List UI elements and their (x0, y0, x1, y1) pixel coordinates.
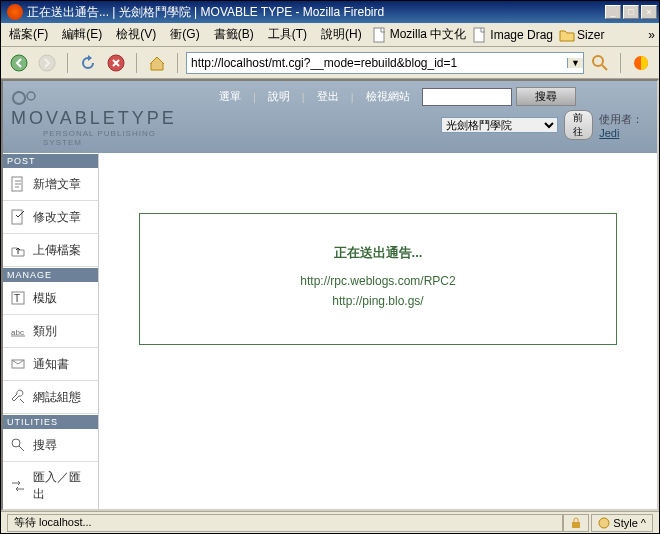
lock-icon (570, 517, 582, 529)
status-style[interactable]: Style ^ (591, 514, 653, 532)
menu-view[interactable]: 檢視(V) (112, 24, 160, 45)
svg-point-2 (11, 55, 27, 71)
sidebar-item-new-entry[interactable]: 新增文章 (3, 168, 98, 201)
top-nav: 選單| 說明| 登出| 檢視網站 搜尋 (211, 87, 649, 106)
svg-rect-1 (474, 28, 484, 42)
stop-button[interactable] (104, 51, 128, 75)
sidebar-item-search[interactable]: 搜尋 (3, 429, 98, 462)
menu-go[interactable]: 衝(G) (166, 24, 203, 45)
svg-point-15 (12, 439, 20, 447)
ping-heading: 正在送出通告... (160, 244, 596, 262)
nav-logout[interactable]: 登出 (309, 87, 347, 106)
blog-selector[interactable]: 光劍格鬥學院 (441, 117, 558, 133)
edit-icon (9, 208, 27, 226)
svg-text:T: T (14, 293, 20, 304)
wrench-icon (9, 388, 27, 406)
sidebar-item-templates[interactable]: T模版 (3, 282, 98, 315)
address-bar[interactable]: ▼ (186, 52, 584, 74)
status-security-icon[interactable] (563, 514, 589, 532)
nav-menu[interactable]: 選單 (211, 87, 249, 106)
back-button[interactable] (7, 51, 31, 75)
main-content: 正在送出通告... http://rpc.weblogs.com/RPC2 ht… (99, 153, 657, 509)
go-button[interactable]: 前往 (564, 110, 594, 140)
bookmark-label: Sizer (577, 28, 604, 42)
sidebar-item-config[interactable]: 網誌組態 (3, 381, 98, 414)
statusbar: 等待 localhost... Style ^ (1, 511, 659, 533)
separator (67, 53, 68, 73)
url-input[interactable] (187, 56, 567, 70)
bookmark-mozilla[interactable]: Mozilla 中文化 (372, 26, 467, 43)
menubar: 檔案(F) 編輯(E) 檢視(V) 衝(G) 書籤(B) 工具(T) 說明(H)… (1, 23, 659, 47)
separator (620, 53, 621, 73)
status-text: 等待 localhost... (7, 514, 563, 532)
ping-url: http://rpc.weblogs.com/RPC2 (160, 274, 596, 288)
logo-subtitle: PERSONAL PUBLISHING SYSTEM (11, 129, 191, 147)
import-export-icon (9, 477, 27, 495)
new-entry-icon (9, 175, 27, 193)
bookmark-sizer[interactable]: Sizer (559, 27, 604, 43)
close-button[interactable]: × (641, 5, 657, 19)
separator (136, 53, 137, 73)
svg-point-5 (593, 56, 603, 66)
toolbar: ▼ (1, 47, 659, 79)
menu-file[interactable]: 檔案(F) (5, 24, 52, 45)
url-dropdown[interactable]: ▼ (567, 58, 583, 68)
upload-icon (9, 241, 27, 259)
page-icon (472, 27, 488, 43)
folder-icon (559, 27, 575, 43)
search-button[interactable] (588, 51, 612, 75)
nav-viewsite[interactable]: 檢視網站 (358, 87, 418, 106)
maximize-button[interactable]: □ (623, 5, 639, 19)
user-link[interactable]: Jedi (599, 127, 619, 139)
ping-message-box: 正在送出通告... http://rpc.weblogs.com/RPC2 ht… (139, 213, 617, 345)
throbber (629, 51, 653, 75)
sidebar-header-utilities: UTILITIES (3, 414, 98, 429)
mail-icon (9, 355, 27, 373)
svg-rect-10 (12, 210, 22, 224)
menu-bookmarks[interactable]: 書籤(B) (210, 24, 258, 45)
mt-header: MOVABLETYPE PERSONAL PUBLISHING SYSTEM 選… (3, 81, 657, 153)
sidebar-item-edit-entry[interactable]: 修改文章 (3, 201, 98, 234)
forward-button[interactable] (35, 51, 59, 75)
sidebar-item-notifications[interactable]: 通知書 (3, 348, 98, 381)
palette-icon (598, 517, 610, 529)
reload-button[interactable] (76, 51, 100, 75)
search-input[interactable] (422, 88, 512, 106)
svg-point-7 (13, 92, 25, 104)
separator (177, 53, 178, 73)
overflow-chevron[interactable]: » (648, 28, 655, 42)
svg-point-19 (599, 518, 609, 528)
nav-help[interactable]: 說明 (260, 87, 298, 106)
sidebar-header-post: POST (3, 153, 98, 168)
svg-rect-18 (572, 522, 580, 528)
sidebar-item-import[interactable]: 匯入／匯出 (3, 462, 98, 509)
sidebar: POST 新增文章 修改文章 上傳檔案 MANAGE T模版 abc類別 通知書… (3, 153, 99, 509)
menu-tools[interactable]: 工具(T) (264, 24, 311, 45)
bookmark-label: Mozilla 中文化 (390, 26, 467, 43)
window-titlebar: 正在送出通告... | 光劍格鬥學院 | MOVABLE TYPE - Mozi… (1, 1, 659, 23)
logo-text: MOVABLETYPE (11, 108, 177, 128)
template-icon: T (9, 289, 27, 307)
bookmark-label: Image Drag (490, 28, 553, 42)
svg-point-3 (39, 55, 55, 71)
svg-point-8 (27, 92, 35, 100)
gears-icon (11, 88, 39, 108)
page-icon (372, 27, 388, 43)
sidebar-item-upload[interactable]: 上傳檔案 (3, 234, 98, 267)
user-info: 使用者：Jedi (599, 112, 649, 139)
minimize-button[interactable]: _ (605, 5, 621, 19)
chevron-up-icon: ^ (641, 517, 646, 529)
sidebar-item-categories[interactable]: abc類別 (3, 315, 98, 348)
search-button[interactable]: 搜尋 (516, 87, 576, 106)
svg-rect-0 (374, 28, 384, 42)
menu-edit[interactable]: 編輯(E) (58, 24, 106, 45)
category-icon: abc (9, 322, 27, 340)
menu-help[interactable]: 說明(H) (317, 24, 366, 45)
search-icon (9, 436, 27, 454)
browser-content: MOVABLETYPE PERSONAL PUBLISHING SYSTEM 選… (1, 79, 659, 511)
ping-url: http://ping.blo.gs/ (160, 294, 596, 308)
app-icon (7, 4, 23, 20)
bookmark-imagedrag[interactable]: Image Drag (472, 27, 553, 43)
window-title: 正在送出通告... | 光劍格鬥學院 | MOVABLE TYPE - Mozi… (27, 4, 605, 21)
home-button[interactable] (145, 51, 169, 75)
